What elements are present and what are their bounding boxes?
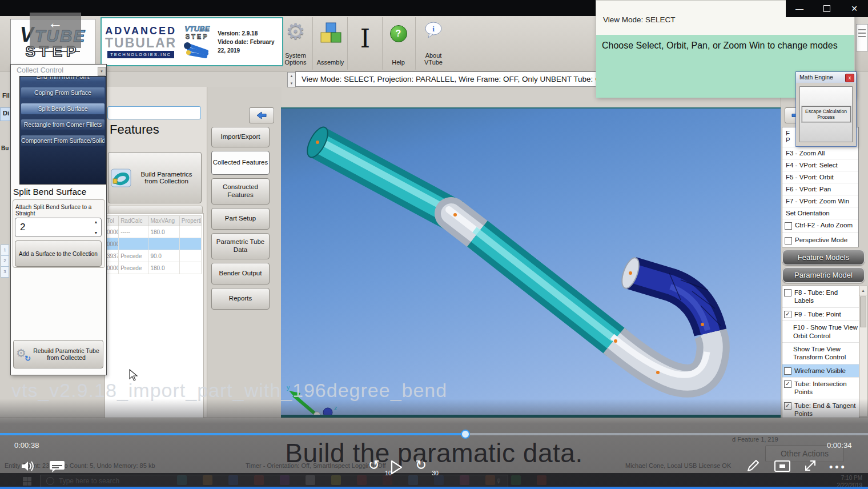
about-vtube-button[interactable]: i About VTube — [416, 17, 451, 70]
close-button[interactable]: ✕ — [841, 0, 868, 17]
dropdown-item[interactable]: Coping From Surface — [21, 87, 105, 98]
tube-model: y z — [281, 109, 781, 416]
viewbar-spinner[interactable]: ▲▼ — [287, 72, 296, 87]
collect-control-popup: Collect Control ▾ End Trim from Point Co… — [10, 64, 107, 375]
table-row[interactable]: 00003Precede 180.0 — [105, 262, 202, 274]
feature-models-button[interactable]: Feature Models — [782, 250, 865, 265]
gear-refresh-icon: ⚙↻ — [16, 347, 30, 361]
player-back-button[interactable]: ← — [30, 13, 81, 48]
straight-number-input[interactable]: 2 — [15, 218, 102, 237]
video-caption: Build the paramatic data. — [0, 438, 868, 468]
assembly-button[interactable]: Assembly — [314, 17, 348, 70]
rebuild-parametric-button[interactable]: ⚙↻ Rebuild Parametric Tube from Collecte… — [13, 340, 103, 368]
table-row[interactable]: 39370Precede 90.0 — [105, 250, 202, 262]
checkbox[interactable]: ✓ — [784, 311, 791, 318]
perspective-mode-toggle[interactable]: Perspective Mode — [782, 234, 858, 247]
captions-button[interactable] — [49, 460, 65, 475]
opt-true-view-transform[interactable]: Show True View Transform Control — [782, 343, 859, 364]
col-header[interactable]: Propertie — [179, 216, 201, 226]
help-button[interactable]: ? Help — [381, 17, 416, 70]
play-button[interactable] — [390, 460, 403, 477]
scroll-up-arrow[interactable]: ▲ — [859, 286, 867, 295]
opt-end-labels[interactable]: F8 - Tube: End Labels — [782, 286, 859, 308]
hotkey-vport-pan[interactable]: F6 - VPort: Pan — [782, 183, 858, 195]
dropdown-item-selected[interactable]: Split Bend Surface — [21, 103, 105, 114]
info-bubble-icon: i — [424, 22, 443, 39]
text-tool-button[interactable]: I — [348, 17, 383, 70]
fullscreen-button[interactable] — [803, 458, 818, 475]
table-row-selected[interactable]: 00003 — [105, 238, 202, 250]
window-controls: — ✕ — [786, 0, 868, 17]
nav-parametric-tube-data[interactable]: Parametric Tube Data — [211, 233, 270, 259]
features-search-input[interactable] — [107, 106, 201, 119]
about-vtube-label: About VTube — [416, 52, 451, 66]
parametric-model-button[interactable]: Parametric Model — [782, 267, 865, 283]
math-engine-titlebar[interactable]: Math Engine x — [796, 72, 856, 83]
tab-display-label: Di — [3, 110, 9, 117]
collapse-left-button[interactable] — [249, 107, 274, 123]
more-options-button[interactable]: ••• — [829, 462, 847, 474]
pip-button[interactable] — [774, 460, 790, 474]
straight-number-stepper[interactable]: ▲▼ — [92, 220, 100, 235]
opt-wireframe-visible[interactable]: Wireframe Visible — [782, 364, 859, 378]
add-surface-button[interactable]: Add a Surface to the Collection — [15, 241, 102, 267]
checkbox[interactable] — [784, 367, 791, 375]
volume-button[interactable] — [21, 459, 37, 475]
annotate-button[interactable] — [746, 458, 761, 475]
opt-tube-point[interactable]: ✓ F9 - Tube: Point — [782, 308, 859, 321]
gear-icon: ⚙ — [286, 22, 305, 41]
set-orientation[interactable]: Set Orientation — [782, 207, 858, 219]
col-header[interactable]: Tol — [105, 216, 119, 226]
banner-logo-step: STEP — [186, 33, 209, 40]
nav-reports[interactable]: Reports — [211, 288, 270, 310]
nav-collected-features[interactable]: Collected Features — [211, 151, 270, 175]
nav-import-export[interactable]: Import/Export — [211, 127, 270, 147]
escape-calculation-button[interactable]: Escape Calculation Process — [802, 106, 851, 122]
minimize-button[interactable]: — — [786, 0, 813, 17]
auto-zoom-toggle[interactable]: Ctrl-F2 - Auto Zoom — [782, 219, 858, 233]
hotkey-vport-zoom-win[interactable]: F7 - VPort: Zoom Win — [782, 195, 858, 207]
dropdown-item[interactable]: Rectangle from Corner Fillets — [21, 119, 105, 130]
build-parametrics-button[interactable]: Build Parametrics from Collection — [108, 152, 202, 203]
opt-true-view-orbit[interactable]: F10 - Show True View Orbit Control — [782, 321, 859, 343]
maximize-button[interactable] — [813, 0, 841, 17]
progress-bar-filled[interactable] — [0, 433, 464, 435]
scroll-thumb[interactable] — [860, 296, 866, 327]
hotkey-vport-orbit[interactable]: F5 - VPort: Orbit — [782, 171, 858, 183]
dropdown-item[interactable]: End Trim from Point — [21, 76, 105, 82]
screen: ≈ VTube VTUBE STEP ADVANCED TUBULAR TECH… — [0, 0, 868, 489]
taskbar-accent-line — [0, 487, 868, 489]
opt-intersection-points[interactable]: ✓ Tube: Intersection Points — [782, 378, 859, 399]
options-scrollbar[interactable]: ▲ — [859, 286, 867, 417]
math-engine-close-icon[interactable]: x — [845, 74, 854, 82]
nav-constructed-features[interactable]: Constructed Features — [211, 178, 270, 205]
hidden-menu-button[interactable] — [856, 24, 868, 51]
col-header[interactable]: RadCalc — [119, 216, 148, 226]
progress-knob[interactable] — [461, 430, 470, 439]
checkbox[interactable] — [785, 222, 792, 230]
hotkey-vport-select[interactable]: F4 - VPort: Select — [782, 159, 858, 171]
progress-bar-remaining[interactable] — [464, 433, 868, 435]
checkbox[interactable]: ✓ — [784, 380, 791, 388]
dropdown-arrow-icon[interactable]: ▾ — [98, 67, 106, 76]
skip-forward-button[interactable]: ↻ 30 — [412, 458, 429, 475]
3d-viewport[interactable]: y z — [281, 107, 781, 416]
nav-part-setup[interactable]: Part Setup — [211, 208, 270, 230]
expand-arrows-icon — [803, 458, 818, 473]
banner-technologies: TECHNOLOGIES.INC — [107, 51, 174, 58]
hotkey-zoom-all[interactable]: F3 - Zoom All — [782, 147, 858, 159]
system-options-button[interactable]: ⚙ System Options — [279, 17, 313, 70]
checkbox[interactable] — [784, 289, 791, 296]
checkbox[interactable] — [785, 237, 792, 244]
features-table: Tol RadCalc MaxVAng Propertie 00003-----… — [105, 215, 202, 274]
captions-icon — [49, 460, 65, 473]
skip-back-button[interactable]: ↺ 10 — [365, 458, 383, 475]
dropdown-item[interactable]: Component From Surface/Solid — [21, 135, 105, 146]
nav-bender-output[interactable]: Bender Output — [211, 263, 270, 284]
arrow-left-icon — [256, 111, 267, 119]
tab-file-partial[interactable]: Fil — [2, 92, 10, 99]
table-row[interactable]: 00003----- 180.0 — [105, 226, 202, 238]
attach-straight-label: Attach Split Bend Surface to a Straight — [15, 204, 106, 217]
col-header[interactable]: MaxVAng — [148, 216, 179, 226]
row-number-cell: 1 — [1, 244, 9, 256]
